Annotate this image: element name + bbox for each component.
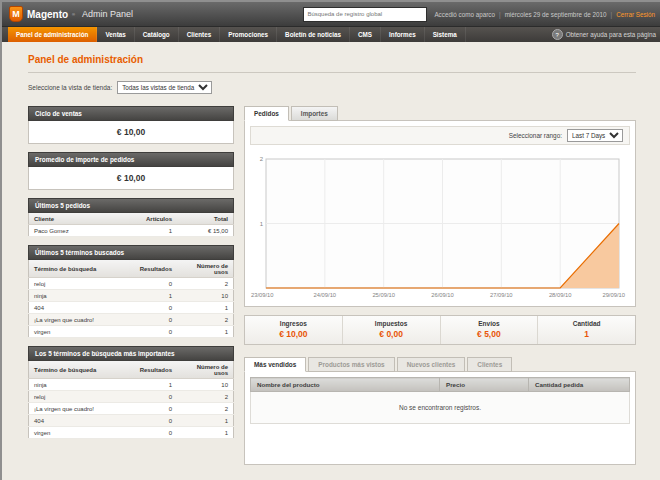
- table-row: Paco Gomez1€ 15,00: [29, 225, 234, 237]
- lifetime-sales-value: € 10,00: [28, 121, 234, 144]
- tab-nuevos-clientes[interactable]: Nuevos clientes: [397, 357, 466, 372]
- col-header-articulos: Artículos: [129, 213, 177, 225]
- store-view-select[interactable]: Todas las vistas de tienda: [117, 81, 212, 94]
- last-orders-box: Últimos 5 pedidos Cliente Artículos Tota…: [28, 198, 234, 237]
- separator: |: [499, 11, 501, 18]
- nav-boletin[interactable]: Boletín de noticias: [277, 27, 350, 42]
- table-row: virgen01: [29, 326, 234, 338]
- col-header-producto: Nombre del producto: [251, 378, 440, 392]
- table-row: ninja110: [29, 379, 234, 391]
- box-title: Los 5 términos de búsqueda más important…: [28, 346, 234, 361]
- col-header-total: Total: [177, 213, 234, 225]
- box-title: Promedio de importe de pedidos: [28, 152, 234, 167]
- totals-bar: Ingresos € 10,00 Impuestos € 0,00 Envíos…: [244, 315, 636, 345]
- box-title: Ciclo de ventas: [28, 106, 234, 121]
- col-header-termino: Término de búsqueda: [29, 361, 130, 379]
- tab-mas-vendidos[interactable]: Más vendidos: [244, 357, 306, 372]
- table-row: 40401: [29, 415, 234, 427]
- bestsellers-table: Nombre del producto Precio Cantidad pedi…: [250, 377, 630, 424]
- separator: |: [611, 11, 613, 18]
- nav-dashboard[interactable]: Panel de administración: [8, 27, 97, 42]
- nav-cms[interactable]: CMS: [350, 27, 381, 42]
- top-search-terms-box: Los 5 términos de búsqueda más important…: [28, 346, 234, 439]
- nav-informes[interactable]: Informes: [381, 27, 425, 42]
- logged-in-as: Accedió como aparco: [434, 11, 495, 18]
- box-title: Últimos 5 pedidos: [28, 198, 234, 213]
- svg-text:29/09/10: 29/09/10: [602, 292, 625, 298]
- range-label: Seleccionar rango:: [509, 132, 562, 139]
- stat-label: Ingresos: [245, 320, 342, 327]
- table-row: ninja110: [29, 290, 234, 302]
- title-divider: [28, 72, 636, 73]
- stat-label: Cantidad: [538, 320, 635, 327]
- registered-mark: ®: [72, 12, 75, 17]
- tab-productos-mas-vistos[interactable]: Productos más vistos: [308, 357, 394, 372]
- empty-row: No se encontraron registros.: [251, 392, 630, 424]
- stat-envios: Envíos € 5,00: [440, 316, 538, 344]
- current-date: miércoles 29 de septiembre de 2010: [505, 11, 607, 18]
- bestsellers-panel: Nombre del producto Precio Cantidad pedi…: [244, 371, 636, 465]
- col-header-termino: Término de búsqueda: [29, 260, 130, 278]
- last-search-terms-box: Últimos 5 términos buscados Término de b…: [28, 245, 234, 338]
- svg-text:1: 1: [260, 221, 264, 227]
- col-header-resultados: Resultados: [129, 260, 177, 278]
- logo-subtitle: Admin Panel: [82, 9, 133, 19]
- last-orders-table: Cliente Artículos Total Paco Gomez1€ 15,…: [28, 213, 234, 237]
- table-row: ¡La virgen que cuadro!02: [29, 314, 234, 326]
- svg-text:28/09/10: 28/09/10: [549, 292, 572, 298]
- nav-catalogo[interactable]: Catálogo: [135, 27, 179, 42]
- table-row: virgen01: [29, 427, 234, 439]
- logout-link[interactable]: Cerrar Sesión: [616, 11, 655, 18]
- range-select[interactable]: Last 7 Days: [567, 129, 623, 142]
- tab-pedidos[interactable]: Pedidos: [244, 106, 289, 121]
- stat-value: 1: [538, 329, 635, 339]
- svg-text:24/09/10: 24/09/10: [314, 292, 337, 298]
- stat-value: € 0,00: [343, 329, 440, 339]
- svg-text:25/09/10: 25/09/10: [372, 292, 395, 298]
- grids-tabs: Más vendidos Productos más vistos Nuevos…: [244, 357, 636, 372]
- table-row: reloj02: [29, 278, 234, 290]
- average-orders-value: € 10,00: [28, 167, 234, 190]
- stat-label: Impuestos: [343, 320, 440, 327]
- magento-admin-window: M Magento® Admin Panel Accedió como apar…: [0, 0, 660, 480]
- store-view-label: Seleccione la vista de tienda:: [28, 84, 112, 91]
- header-meta: Accedió como aparco | miércoles 29 de se…: [434, 11, 655, 18]
- page-content: Panel de administración Seleccione la vi…: [2, 54, 660, 465]
- chart-tabs: Pedidos Importes: [244, 106, 636, 121]
- stat-ingresos: Ingresos € 10,00: [245, 316, 342, 344]
- main-nav: Panel de administración Ventas Catálogo …: [2, 27, 660, 42]
- stat-impuestos: Impuestos € 0,00: [342, 316, 440, 344]
- nav-clientes[interactable]: Clientes: [179, 27, 221, 42]
- logo-title: Magento: [27, 9, 68, 20]
- orders-chart: 1223/09/1024/09/1025/09/1026/09/1027/09/…: [250, 151, 626, 301]
- store-view-switcher: Seleccione la vista de tienda: Todas las…: [28, 81, 636, 94]
- box-title: Últimos 5 términos buscados: [28, 245, 234, 260]
- tab-importes[interactable]: Importes: [291, 106, 338, 121]
- table-row: ¡La virgen que cuadro!02: [29, 403, 234, 415]
- magento-logo-icon: M: [9, 6, 23, 22]
- magento-logo: M Magento® Admin Panel: [9, 6, 133, 22]
- top-header: M Magento® Admin Panel Accedió como apar…: [2, 2, 660, 27]
- col-header-cliente: Cliente: [29, 213, 130, 225]
- help-link[interactable]: ? Obtener ayuda para esta página: [552, 27, 656, 42]
- last-search-terms-table: Término de búsqueda Resultados Número de…: [28, 260, 234, 338]
- stat-label: Envíos: [441, 320, 538, 327]
- svg-text:27/09/10: 27/09/10: [490, 292, 513, 298]
- help-label: Obtener ayuda para esta página: [566, 31, 656, 38]
- col-header-resultados: Resultados: [129, 361, 177, 379]
- lifetime-sales-box: Ciclo de ventas € 10,00: [28, 106, 234, 144]
- table-row: reloj02: [29, 391, 234, 403]
- left-column: Ciclo de ventas € 10,00 Promedio de impo…: [28, 106, 234, 439]
- right-column: Pedidos Importes Seleccionar rango: Last…: [244, 106, 636, 465]
- col-header-usos: Número de usos: [177, 260, 234, 278]
- col-header-precio: Precio: [440, 378, 529, 392]
- global-search-input[interactable]: [303, 7, 427, 22]
- svg-text:26/09/10: 26/09/10: [431, 292, 454, 298]
- nav-ventas[interactable]: Ventas: [97, 27, 134, 42]
- average-orders-box: Promedio de importe de pedidos € 10,00: [28, 152, 234, 190]
- tab-clientes[interactable]: Clientes: [467, 357, 512, 372]
- col-header-cantidad: Cantidad pedida: [529, 378, 630, 392]
- nav-sistema[interactable]: Sistema: [425, 27, 466, 42]
- nav-promociones[interactable]: Promociones: [220, 27, 277, 42]
- page-title: Panel de administración: [28, 54, 636, 65]
